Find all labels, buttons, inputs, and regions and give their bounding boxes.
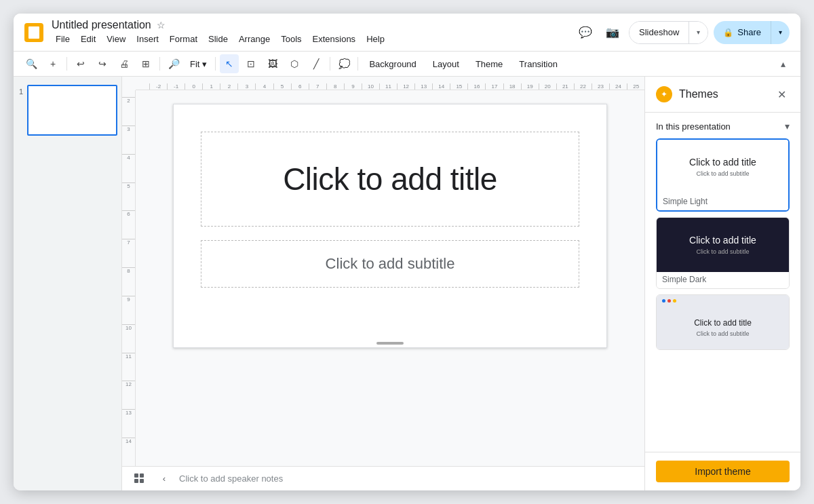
title-bar: Untitled presentation ☆ File Edit View I… [14,14,800,52]
slide-title-placeholder[interactable]: Click to add title [283,161,497,197]
zoom-out-btn[interactable]: 🔍 [22,54,41,73]
zoom-fit-search-btn[interactable]: 🔎 [164,54,183,73]
share-dropdown-btn[interactable]: ▾ [771,21,790,44]
menu-format[interactable]: Format [166,33,201,45]
svg-rect-2 [140,473,144,478]
meet-icon-btn[interactable]: 📷 [602,22,623,43]
paint-format-btn[interactable]: ⊞ [136,54,155,73]
svg-rect-3 [134,479,138,483]
share-button[interactable]: 🔒 Share ▾ [714,21,790,44]
themes-header: ✦ Themes ✕ [645,77,800,113]
theme-preview-title-simple-light: Click to add title [689,157,756,168]
themes-section-header: In this presentation ▾ [656,121,790,132]
menu-extensions[interactable]: Extensions [309,33,360,45]
grid-view-btn[interactable] [130,469,149,488]
select-tool-btn[interactable]: ↖ [220,54,239,73]
theme-name-simple-dark: Simple Dark [657,272,789,288]
ruler-horizontal: -2 -1 0 1 2 3 4 5 6 7 8 9 10 11 [136,77,644,90]
theme-preview-title-gray: Click to add title [694,318,752,328]
title-info: Untitled presentation ☆ File Edit View I… [52,19,566,45]
menu-help[interactable]: Help [362,33,389,45]
themes-section-title: In this presentation [656,121,731,132]
themes-footer: Import theme [645,452,800,490]
theme-preview-simple-light: Click to add title Click to add subtitle [657,140,788,194]
comment-icon-btn[interactable]: 💬 [575,22,596,43]
layout-btn[interactable]: Layout [426,56,466,72]
lock-icon: 🔒 [723,28,733,37]
print-btn[interactable]: 🖨 [115,54,134,73]
title-bar-actions: 💬 📷 Slideshow ▾ 🔒 Share ▾ [575,21,790,44]
slideshow-dropdown-btn[interactable]: ▾ [689,22,708,43]
menu-edit[interactable]: Edit [77,33,100,45]
slideshow-main-btn[interactable]: Slideshow [629,22,689,43]
slideshow-button[interactable]: Slideshow ▾ [629,21,708,44]
theme-card-gray[interactable]: Click to add title Click to add subtitle [656,294,790,350]
themes-body: In this presentation ▾ Click to add titl… [645,113,800,452]
collapse-toolbar-btn[interactable]: ▴ [773,54,792,73]
toolbar-divider-5 [357,57,358,71]
theme-preview-subtitle-simple-light: Click to add subtitle [696,170,749,177]
scroll-indicator [376,342,404,345]
ruler-v-wrapper: 2 3 4 5 6 7 8 9 10 11 12 13 14 [122,90,644,466]
zoom-selector[interactable]: Fit ▾ [186,58,211,71]
transition-btn[interactable]: Transition [512,56,564,72]
background-btn[interactable]: Background [362,56,423,72]
close-themes-btn[interactable]: ✕ [773,86,790,102]
app-logo [24,23,43,42]
slide-1-thumbnail[interactable] [27,85,117,136]
theme-preview-subtitle-simple-dark: Click to add subtitle [696,248,749,255]
theme-card-simple-light[interactable]: Click to add title Click to add subtitle… [656,138,790,212]
slide-1-number: 1 [19,85,23,96]
slide-subtitle-placeholder[interactable]: Click to add subtitle [326,255,455,273]
shape-btn[interactable]: ⬡ [285,54,304,73]
slides-panel: 1 [14,77,122,490]
slide-subtitle-area[interactable]: Click to add subtitle [201,240,579,288]
menu-view[interactable]: View [102,33,130,45]
theme-preview-subtitle-gray: Click to add subtitle [696,330,749,337]
slide-canvas-area: Click to add title Click to add subtitle [136,90,644,466]
menu-arrange[interactable]: Arrange [235,33,274,45]
themes-section-arrow[interactable]: ▾ [785,121,790,132]
menu-file[interactable]: File [52,33,74,45]
undo-btn[interactable]: ↩ [71,54,90,73]
menu-bar: File Edit View Insert Format Slide Arran… [52,33,566,45]
collapse-notes-btn[interactable]: ‹ [155,469,174,488]
ruler-vertical: 2 3 4 5 6 7 8 9 10 11 12 13 14 [122,90,136,466]
menu-slide[interactable]: Slide [204,33,232,45]
presentation-title: Untitled presentation ☆ [52,19,566,31]
import-theme-btn[interactable]: Import theme [656,461,790,482]
svg-rect-1 [134,473,138,478]
toolbar-divider-4 [330,57,330,71]
share-main-btn[interactable]: 🔒 Share [714,27,771,37]
slide-title-area[interactable]: Click to add title [201,132,579,227]
menu-insert[interactable]: Insert [132,33,163,45]
slide-1-wrapper: 1 [19,85,116,136]
title-text: Untitled presentation [52,19,151,31]
themes-panel: ✦ Themes ✕ In this presentation ▾ Click … [644,77,800,490]
theme-btn[interactable]: Theme [469,56,509,72]
main-content: 1 -2 -1 0 1 [14,77,800,490]
slide-canvas[interactable]: Click to add title Click to add subtitle [173,104,607,348]
theme-preview-title-simple-dark: Click to add title [689,235,756,246]
zoom-value: Fit [190,59,199,69]
image-btn[interactable]: 🖼 [263,54,282,73]
notes-placeholder[interactable]: Click to add speaker notes [179,473,636,484]
redo-btn[interactable]: ↪ [93,54,112,73]
line-btn[interactable]: ╱ [307,54,326,73]
toolbar-divider-3 [215,57,216,71]
theme-preview-gray: Click to add title Click to add subtitle [657,295,789,349]
toolbar: 🔍 + ↩ ↪ 🖨 ⊞ 🔎 Fit ▾ ↖ ⊡ 🖼 ⬡ ╱ 💭 Backgrou… [14,52,800,77]
menu-tools[interactable]: Tools [277,33,305,45]
text-box-btn[interactable]: ⊡ [241,54,260,73]
comment-btn[interactable]: 💭 [334,54,353,73]
share-label: Share [737,27,761,37]
themes-title: Themes [679,88,767,100]
app-window: Untitled presentation ☆ File Edit View I… [14,14,800,490]
zoom-in-btn[interactable]: + [43,54,62,73]
star-icon[interactable]: ☆ [157,20,166,31]
svg-rect-4 [140,479,144,483]
theme-card-simple-dark[interactable]: Click to add title Click to add subtitle… [656,217,790,289]
zoom-dropdown-icon: ▾ [202,59,207,69]
theme-name-simple-light: Simple Light [657,194,788,210]
editor-area: -2 -1 0 1 2 3 4 5 6 7 8 9 10 11 [122,77,644,490]
